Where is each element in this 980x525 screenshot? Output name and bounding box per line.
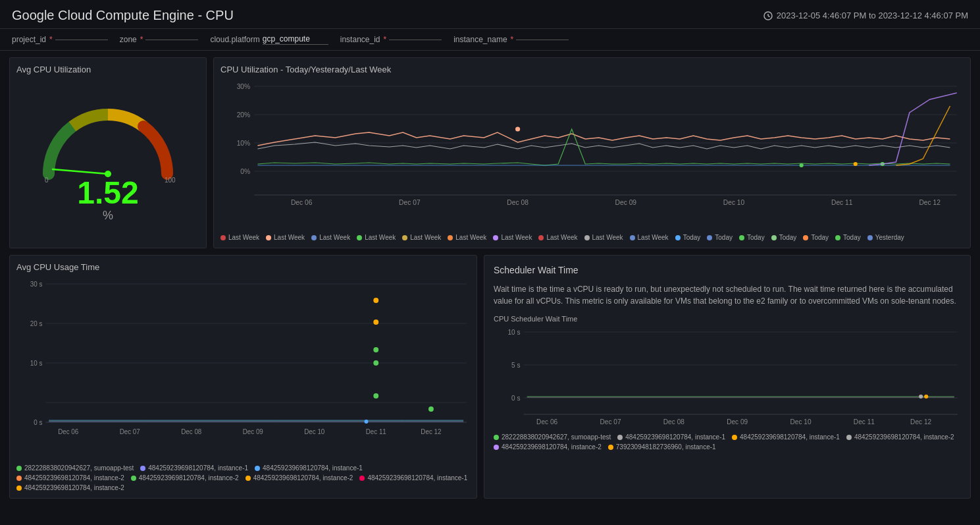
svg-text:Dec 07: Dec 07 (600, 418, 621, 426)
legend-item: Today (707, 234, 733, 241)
svg-text:10%: 10% (237, 140, 251, 147)
filter-project-id[interactable]: project_id * (12, 35, 108, 44)
svg-text:10 s: 10 s (30, 360, 43, 367)
svg-point-24 (854, 162, 858, 166)
svg-text:Dec 06: Dec 06 (58, 428, 79, 435)
svg-point-44 (373, 347, 378, 352)
svg-point-48 (365, 420, 369, 424)
gauge-svg: 0 100 (36, 98, 180, 184)
svg-text:Dec 09: Dec 09 (615, 199, 637, 206)
legend-item: Last Week (448, 234, 486, 241)
header: Google Cloud Compute Engine - CPU 2023-1… (0, 0, 980, 29)
gauge-unit: % (103, 209, 113, 223)
scheduler-chart-svg: 10 s 5 s 0 s Dec 06 Dec 07 Dec 08 Dec 09… (494, 325, 961, 431)
top-row: Avg CPU Utilization (9, 57, 971, 248)
legend-item: 484259239698120784, instance-1 (255, 464, 363, 472)
svg-text:0 s: 0 s (34, 419, 42, 426)
svg-line-2 (768, 16, 770, 17)
time-range: 2023-12-05 4:46:07 PM to 2023-12-12 4:46… (763, 11, 968, 20)
legend-item: 484259239698120784, instance-2 (245, 474, 353, 482)
scheduler-panel: Scheduler Wait Time Wait time is the tim… (484, 255, 971, 499)
svg-text:Dec 08: Dec 08 (181, 428, 202, 435)
legend-item: Today (803, 234, 829, 241)
scheduler-desc: Wait time is the time a vCPU is ready to… (494, 283, 961, 307)
svg-text:Dec 08: Dec 08 (663, 418, 685, 426)
legend-item: Today (739, 234, 765, 241)
legend-item: Last Week (538, 234, 577, 241)
legend-item: Last Week (266, 234, 305, 241)
svg-text:Dec 07: Dec 07 (399, 199, 421, 206)
svg-point-23 (800, 163, 804, 167)
svg-text:Dec 09: Dec 09 (727, 418, 748, 426)
svg-text:30%: 30% (237, 83, 251, 90)
usage-time-chart: 30 s 20 s 10 s 0 s Dec 06 Dec 07 Dec 08 … (16, 277, 470, 462)
legend-item: Last Week (493, 234, 532, 241)
scheduler-wait-chart: CPU Scheduler Wait Time 10 s 5 s 0 s Dec… (494, 315, 961, 489)
svg-text:20%: 20% (237, 111, 251, 119)
svg-point-64 (924, 395, 928, 399)
legend-item: Last Week (311, 234, 350, 241)
svg-text:Dec 12: Dec 12 (421, 428, 442, 435)
svg-point-45 (373, 360, 378, 366)
cpu-chart-legend: Last Week Last Week Last Week Last Week … (220, 234, 964, 241)
usage-time-legend: 282228838020942627, sumoapp-test 4842592… (16, 464, 470, 491)
legend-item: Today (835, 234, 861, 241)
gauge-value: 1.52 (77, 177, 138, 209)
gauge-container: 0 100 1.52 % (16, 80, 199, 241)
usage-time-title: Avg CPU Usage Time (16, 262, 470, 272)
legend-item: 484259239698120784, instance-1 (140, 464, 248, 472)
gauge-title: Avg CPU Utilization (16, 65, 199, 74)
filters-bar: project_id * zone * cloud.platform gcp_c… (0, 29, 980, 51)
svg-text:Dec 12: Dec 12 (919, 199, 941, 206)
svg-text:5 s: 5 s (511, 362, 521, 369)
svg-text:0%: 0% (240, 168, 250, 175)
svg-text:Dec 11: Dec 11 (366, 428, 387, 435)
legend-item: 739230948182736960, instance-1 (608, 443, 716, 451)
legend-item: Today (771, 234, 797, 241)
cpu-chart-title: CPU Utilization - Today/Yesterady/Last W… (220, 65, 964, 74)
clock-icon (763, 11, 773, 20)
filter-instance-id[interactable]: instance_id * (340, 35, 442, 44)
legend-item: 282228838020942627, sumoapp-test (494, 433, 611, 441)
legend-item: 484259239698120784, instance-2 (16, 474, 124, 482)
filter-zone[interactable]: zone * (120, 35, 199, 44)
svg-text:100: 100 (165, 177, 176, 184)
legend-item: Last Week (402, 234, 441, 241)
gauge-panel: Avg CPU Utilization (9, 57, 207, 248)
legend-item: Last Week (357, 234, 396, 241)
scheduler-title: Scheduler Wait Time (494, 265, 961, 275)
main-content: Avg CPU Utilization (0, 51, 980, 505)
legend-item: 484259239698120784, instance-2 (16, 484, 124, 491)
legend-item: Last Week (220, 234, 259, 241)
svg-text:20 s: 20 s (30, 320, 43, 327)
legend-item: 484259239698120784, instance-2 (131, 474, 239, 482)
legend-item: 484259239698120784, instance-1 (359, 474, 467, 482)
svg-text:0 s: 0 s (511, 395, 521, 402)
bottom-row: Avg CPU Usage Time 30 s 20 s 10 s 0 s De… (9, 255, 971, 499)
svg-text:Dec 09: Dec 09 (243, 428, 264, 435)
svg-point-63 (919, 395, 923, 399)
svg-point-43 (373, 319, 378, 325)
legend-item: 484259239698120784, instance-2 (494, 443, 602, 451)
legend-item: Last Week (630, 234, 669, 241)
svg-text:Dec 10: Dec 10 (304, 428, 325, 435)
cpu-chart-panel: CPU Utilization - Today/Yesterady/Last W… (213, 57, 971, 248)
usage-time-svg: 30 s 20 s 10 s 0 s Dec 06 Dec 07 Dec 08 … (16, 277, 470, 442)
svg-point-46 (373, 393, 378, 399)
svg-text:0: 0 (45, 177, 49, 184)
scheduler-legend: 282228838020942627, sumoapp-test 4842592… (494, 433, 961, 451)
svg-point-22 (515, 127, 520, 132)
svg-text:Dec 11: Dec 11 (854, 418, 875, 426)
legend-item: 282228838020942627, sumoapp-test (16, 464, 134, 472)
svg-text:10 s: 10 s (507, 329, 520, 336)
svg-text:Dec 12: Dec 12 (910, 418, 932, 426)
svg-text:Dec 11: Dec 11 (831, 199, 853, 206)
svg-point-42 (373, 298, 378, 303)
legend-item: 484259239698120784, instance-1 (617, 433, 725, 441)
legend-item: Last Week (584, 234, 623, 241)
filter-instance-name[interactable]: instance_name * (453, 35, 569, 44)
svg-text:Dec 10: Dec 10 (790, 418, 812, 426)
filter-cloud-platform[interactable]: cloud.platform gcp_compute (210, 34, 328, 45)
svg-point-47 (428, 406, 434, 412)
usage-time-panel: Avg CPU Usage Time 30 s 20 s 10 s 0 s De… (9, 255, 477, 499)
